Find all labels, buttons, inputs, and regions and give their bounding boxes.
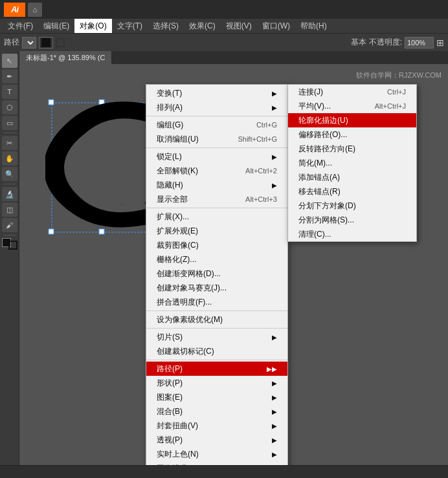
submenu-arrow	[272, 437, 277, 444]
path-label: 路径	[4, 37, 19, 48]
menu-arrange[interactable]: 排列(A)	[146, 100, 287, 114]
toolbar-right: 基本 不透明度: ⊞	[351, 37, 444, 49]
grid-icon[interactable]: ⊞	[436, 38, 444, 48]
menu-ungroup[interactable]: 取消编组(U) Shift+Ctrl+G	[146, 132, 287, 146]
menu-group[interactable]: 编组(G) Ctrl+G	[146, 118, 287, 132]
toolbar: 路径 基本 不透明度: ⊞	[0, 33, 448, 51]
menu-lock[interactable]: 锁定(L)	[146, 149, 287, 164]
status-bar	[0, 465, 448, 478]
left-toolbar: ↖ ✒ T ⬡ ▭ ✂ ✋ 🔍 🔬 ◫ 🖌	[0, 51, 19, 465]
menu-create-slice[interactable]: 创建裁切标记(C)	[146, 344, 287, 358]
path-offset[interactable]: 偏移路径(O)...	[288, 127, 416, 142]
menu-perspective[interactable]: 透视(P)	[146, 433, 287, 447]
menu-transform[interactable]: 变换(T)	[146, 86, 287, 100]
menu-path[interactable]: 路径(P) ▶	[146, 362, 287, 376]
brush-tool[interactable]: 🖌	[2, 218, 17, 232]
menu-hide[interactable]: 隐藏(H)	[146, 178, 287, 192]
scissors-tool[interactable]: ✂	[2, 136, 17, 150]
fill-box[interactable]	[39, 37, 53, 49]
menu-shape[interactable]: 形状(P)	[146, 376, 287, 390]
zoom-tool[interactable]: 🔍	[2, 167, 17, 181]
menu-live-paint[interactable]: 实时上色(N)	[146, 447, 287, 461]
path-join[interactable]: 连接(J) Ctrl+J	[288, 85, 416, 99]
menu-envelope-distort[interactable]: 封套扭曲(V)	[146, 418, 287, 433]
color-swatches	[2, 238, 17, 250]
svg-rect-6	[99, 229, 104, 234]
menu-view[interactable]: 视图(V)	[221, 19, 257, 33]
menu-section-5: 设为像素级优化(M)	[146, 311, 287, 329]
svg-rect-3	[49, 229, 54, 234]
object-menu[interactable]: 变换(T) 排列(A) 编组(G) Ctrl+G 取消编组(U) Shift+C…	[146, 84, 288, 465]
path-outline-stroke[interactable]: 轮廓化描边(U)	[288, 113, 416, 127]
menu-section-7: 路径(P) ▶ 形状(P) 图案(E) 混合(B) 封套扭曲(V)	[146, 360, 287, 465]
path-add-anchor[interactable]: 添加锚点(A)	[288, 170, 416, 184]
submenu-arrow	[272, 334, 277, 341]
path-submenu[interactable]: 连接(J) Ctrl+J 平均(V)... Alt+Ctrl+J 轮廓化描边(U…	[287, 84, 417, 242]
home-icon[interactable]: ⌂	[28, 3, 42, 17]
menu-blend[interactable]: 混合(B)	[146, 404, 287, 418]
menu-object[interactable]: 对象(O)	[74, 19, 111, 33]
menu-window[interactable]: 窗口(W)	[257, 19, 295, 33]
menu-expand-appearance[interactable]: 扩展外观(E)	[146, 224, 287, 238]
menu-pixel-optimize[interactable]: 设为像素级优化(M)	[146, 312, 287, 327]
title-bar: Ai ⌂	[0, 0, 448, 19]
pen-tool[interactable]: ✒	[2, 69, 17, 83]
menu-image-trace[interactable]: 图像描摹	[146, 461, 287, 465]
menu-unlock-all[interactable]: 全部解锁(K) Alt+Ctrl+2	[146, 164, 287, 178]
menu-bar: 文件(F) 编辑(E) 对象(O) 文字(T) 选择(S) 效果(C) 视图(V…	[0, 19, 448, 33]
select-tool[interactable]: ↖	[2, 54, 17, 68]
path-average[interactable]: 平均(V)... Alt+Ctrl+J	[288, 99, 416, 113]
eyedropper-tool[interactable]: 🔬	[2, 187, 17, 201]
submenu-arrow	[272, 182, 277, 189]
menu-select[interactable]: 选择(S)	[148, 19, 184, 33]
menu-rasterize[interactable]: 栅格化(Z)...	[146, 252, 287, 266]
tool-separator-2	[3, 184, 16, 184]
menu-section-2: 编组(G) Ctrl+G 取消编组(U) Shift+Ctrl+G	[146, 116, 287, 148]
active-tab[interactable]: 未标题-1* @ 135.89% (C	[19, 51, 112, 64]
menu-effect[interactable]: 效果(C)	[184, 19, 221, 33]
text-tool[interactable]: T	[2, 85, 17, 99]
gradient-tool[interactable]: ◫	[2, 202, 17, 217]
path-cleanup[interactable]: 清理(C)...	[288, 227, 416, 241]
path-split-lower[interactable]: 分划下方对象(D)	[288, 199, 416, 213]
submenu-arrow	[272, 408, 277, 415]
path-remove-anchor[interactable]: 移去锚点(R)	[288, 184, 416, 199]
submenu-arrow: ▶	[267, 365, 277, 373]
menu-file[interactable]: 文件(F)	[3, 19, 38, 33]
hand-tool[interactable]: ✋	[2, 151, 17, 166]
menu-edit[interactable]: 编辑(E)	[38, 19, 74, 33]
menu-show-all[interactable]: 显示全部 Alt+Ctrl+3	[146, 192, 287, 206]
menu-expand[interactable]: 扩展(X)...	[146, 210, 287, 224]
submenu-arrow	[272, 104, 277, 111]
menu-section-1: 变换(T) 排列(A)	[146, 85, 287, 116]
opacity-input[interactable]	[405, 37, 434, 49]
opacity-label: 不透明度:	[369, 37, 402, 48]
submenu-arrow	[272, 153, 277, 160]
menu-slice[interactable]: 切片(S)	[146, 330, 287, 344]
stroke-box	[56, 38, 65, 47]
menu-pattern[interactable]: 图案(E)	[146, 390, 287, 404]
menu-crop-image[interactable]: 裁剪图像(C)	[146, 238, 287, 252]
path-reverse[interactable]: 反转路径方向(E)	[288, 142, 416, 156]
submenu-arrow	[272, 394, 277, 401]
stroke-select[interactable]	[22, 37, 36, 49]
tab-bar: 未标题-1* @ 135.89% (C	[19, 51, 448, 64]
menu-flatten-transparency[interactable]: 拼合透明度(F)...	[146, 295, 287, 309]
menu-type[interactable]: 文字(T)	[112, 19, 148, 33]
rect-tool[interactable]: ▭	[2, 116, 17, 130]
shape-tool[interactable]: ⬡	[2, 100, 17, 114]
submenu-arrow	[272, 422, 277, 429]
basic-label: 基本	[351, 37, 366, 48]
menu-section-4: 扩展(X)... 扩展外观(E) 裁剪图像(C) 栅格化(Z)... 创建渐变网…	[146, 208, 287, 311]
canvas-area: 未标题-1* @ 135.89% (C 软件自学网：RJZXW.COM	[19, 51, 448, 465]
menu-create-mosaic[interactable]: 创建对象马赛克(J)...	[146, 281, 287, 295]
app-logo: Ai	[4, 3, 25, 17]
menu-section-6: 切片(S) 创建裁切标记(C)	[146, 329, 287, 360]
menu-help[interactable]: 帮助(H)	[295, 19, 332, 33]
watermark: 软件自学网：RJZXW.COM	[356, 71, 442, 80]
menu-section-3: 锁定(L) 全部解锁(K) Alt+Ctrl+2 隐藏(H) 显示全部 Alt+…	[146, 148, 287, 208]
path-simplify[interactable]: 简化(M)...	[288, 156, 416, 170]
stroke-color[interactable]	[8, 241, 17, 250]
path-split-grid[interactable]: 分割为网格(S)...	[288, 213, 416, 227]
menu-create-gradient-mesh[interactable]: 创建渐变网格(D)...	[146, 266, 287, 281]
